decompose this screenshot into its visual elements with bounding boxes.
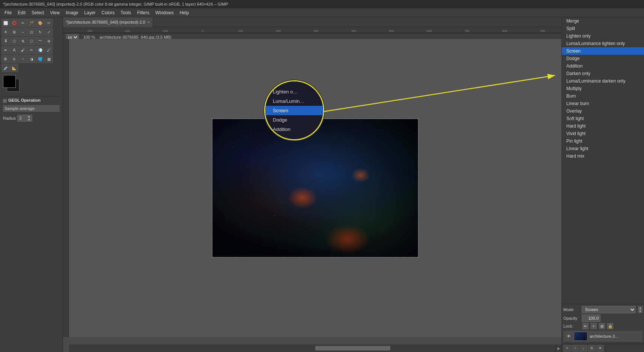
tool-text[interactable]: A <box>10 46 18 54</box>
blend-luma-darken[interactable]: Luma/Luminance darken only <box>562 77 644 85</box>
tool-align[interactable]: ⊞ <box>10 28 18 36</box>
magnify-item-screen[interactable]: Screen <box>265 106 323 115</box>
gegl-panel: GEGL Operation Sample average Radius 3 ▲… <box>2 96 61 123</box>
scroll-right-btn[interactable]: ▶ <box>555 344 561 352</box>
tool-flip[interactable]: ⇅ <box>19 37 27 45</box>
tool-scissors[interactable]: ✂ <box>45 19 53 27</box>
magnify-item-addition[interactable]: Addition <box>265 125 323 134</box>
blend-pin-light[interactable]: Pin light <box>562 137 644 145</box>
menu-image[interactable]: Image <box>63 9 81 16</box>
magnify-item-luma[interactable]: Luma/Lumin… <box>265 96 323 106</box>
tool-scale[interactable]: ⤢ <box>45 28 53 36</box>
blend-darken-only[interactable]: Darken only <box>562 70 644 77</box>
menu-view[interactable]: View <box>47 9 63 16</box>
tool-row-4: ✒ A 🖌 ✏ 💨 🖊 <box>2 46 61 54</box>
blend-luma-lighten[interactable]: Luma/Luminance lighten only <box>562 40 644 47</box>
mode-up-btn[interactable]: ▲ <box>638 306 642 310</box>
lock-move-btn[interactable]: ⊞ <box>599 323 605 329</box>
blend-hard-mix[interactable]: Hard mix <box>562 152 644 160</box>
layer-item[interactable]: 👁 architecture-3… <box>563 331 642 342</box>
lock-pixels-btn[interactable]: ✏ <box>582 323 588 329</box>
menu-colors[interactable]: Colors <box>99 9 118 16</box>
tool-ink[interactable]: 🖊 <box>45 46 53 54</box>
tool-select-rect[interactable]: ⬜ <box>2 19 10 27</box>
tool-rotate[interactable]: ↻ <box>36 28 44 36</box>
tool-fill[interactable]: 🪣 <box>36 55 44 63</box>
scrollbar-thumb[interactable] <box>315 346 390 350</box>
tool-heal[interactable]: ⛨ <box>2 55 10 63</box>
menu-filters[interactable]: Filters <box>134 9 152 16</box>
menu-layer[interactable]: Layer <box>81 9 99 16</box>
raise-layer-btn[interactable]: ↑ <box>572 345 579 352</box>
delete-layer-btn[interactable]: ✕ <box>596 345 604 352</box>
foreground-color-swatch[interactable] <box>3 75 16 88</box>
tool-select-by-color[interactable]: 🎨 <box>36 19 44 27</box>
tool-clone[interactable]: ⎘ <box>10 55 18 63</box>
menu-windows[interactable]: Windows <box>152 9 177 16</box>
tool-crop[interactable]: ⊡ <box>27 28 36 36</box>
gegl-operation-input[interactable]: Sample average <box>3 105 60 112</box>
blend-multiply[interactable]: Multiply <box>562 85 644 92</box>
tool-select-fuzzy[interactable]: 🪄 <box>27 19 36 27</box>
tool-smudge[interactable]: ~ <box>19 55 27 63</box>
tool-color-picker[interactable]: 💉 <box>2 64 10 72</box>
blend-split[interactable]: Split <box>562 25 644 32</box>
tool-transform[interactable]: ↔ <box>19 28 27 36</box>
image-canvas[interactable]: 🔍 Lighten o… Luma/Lumin… Screen Dodge Ad… <box>69 39 561 337</box>
layer-visibility-btn[interactable]: 👁 <box>566 333 572 339</box>
menubar[interactable]: File Edit Select View Image Layer Colors… <box>0 8 644 17</box>
blend-screen[interactable]: Screen <box>562 47 644 55</box>
horizontal-scrollbar[interactable]: ▶ <box>69 344 561 352</box>
duplicate-layer-btn[interactable]: ⎘ <box>588 345 596 352</box>
blend-addition[interactable]: Addition <box>562 62 644 70</box>
blend-linear-light[interactable]: Linear light <box>562 145 644 152</box>
lock-all-btn[interactable]: 🔒 <box>607 323 613 329</box>
active-tab[interactable]: *[architecture-3076685_640] (imported)-2… <box>63 17 153 27</box>
tool-pencil[interactable]: ✏ <box>27 46 36 54</box>
blend-linear-burn[interactable]: Linear burn <box>562 100 644 107</box>
magnify-item-dodge[interactable]: Dodge <box>265 115 323 125</box>
tool-dodge-burn[interactable]: ◑ <box>27 55 36 63</box>
ruler-mark: -200 <box>108 29 146 33</box>
opacity-input[interactable]: 100.0 <box>582 314 600 322</box>
mode-down-btn[interactable]: ▼ <box>638 310 642 313</box>
lower-layer-btn[interactable]: ↓ <box>580 345 587 352</box>
blend-soft-light[interactable]: Soft light <box>562 115 644 122</box>
tool-perspective[interactable]: ⬠ <box>10 37 18 45</box>
tool-handle-transform[interactable]: ⊕ <box>45 37 53 45</box>
tool-measure[interactable]: 📐 <box>10 64 18 72</box>
tab-close-btn[interactable]: × <box>147 20 150 24</box>
blend-burn[interactable]: Burn <box>562 92 644 100</box>
blend-vivid-light[interactable]: Vivid light <box>562 130 644 137</box>
blend-merge[interactable]: Merge <box>562 17 644 25</box>
tool-select-ellipse[interactable]: ⭕ <box>10 19 18 27</box>
tool-move[interactable]: ✛ <box>2 28 10 36</box>
tool-warp[interactable]: 〜 <box>36 37 44 45</box>
ruler-mark: 100 <box>221 29 259 33</box>
tool-gradient[interactable]: ▦ <box>45 55 53 63</box>
tool-row-3: ⧗ ⬠ ⇅ ⬡ 〜 ⊕ <box>2 37 61 45</box>
tool-shear[interactable]: ⧗ <box>2 37 10 45</box>
blend-lighten-only[interactable]: Lighten only <box>562 32 644 40</box>
blend-dodge[interactable]: Dodge <box>562 55 644 62</box>
menu-edit[interactable]: Edit <box>15 9 29 16</box>
radius-down-btn[interactable]: ▼ <box>27 118 30 122</box>
gegl-radius-spinner[interactable]: 3 ▲ ▼ <box>17 115 32 122</box>
tool-paths[interactable]: ✒ <box>2 46 10 54</box>
tool-airbrush[interactable]: 💨 <box>36 46 44 54</box>
menu-select[interactable]: Select <box>29 9 47 16</box>
menu-file[interactable]: File <box>2 9 15 16</box>
tool-select-free[interactable]: ✏ <box>19 19 27 27</box>
blend-overlay[interactable]: Overlay <box>562 107 644 115</box>
tool-cage[interactable]: ⬡ <box>27 37 36 45</box>
gegl-close-btn[interactable] <box>3 99 7 103</box>
blend-hard-light[interactable]: Hard light <box>562 122 644 130</box>
menu-tools[interactable]: Tools <box>117 9 134 16</box>
mode-select[interactable]: Screen <box>582 306 636 313</box>
menu-help[interactable]: Help <box>177 9 192 16</box>
titlebar: *[architecture-3076685_640] (imported)-2… <box>0 0 644 8</box>
lock-alpha-btn[interactable]: + <box>591 323 597 329</box>
radius-up-btn[interactable]: ▲ <box>27 115 30 118</box>
new-layer-btn[interactable]: + <box>563 345 571 352</box>
tool-paint[interactable]: 🖌 <box>19 46 27 54</box>
